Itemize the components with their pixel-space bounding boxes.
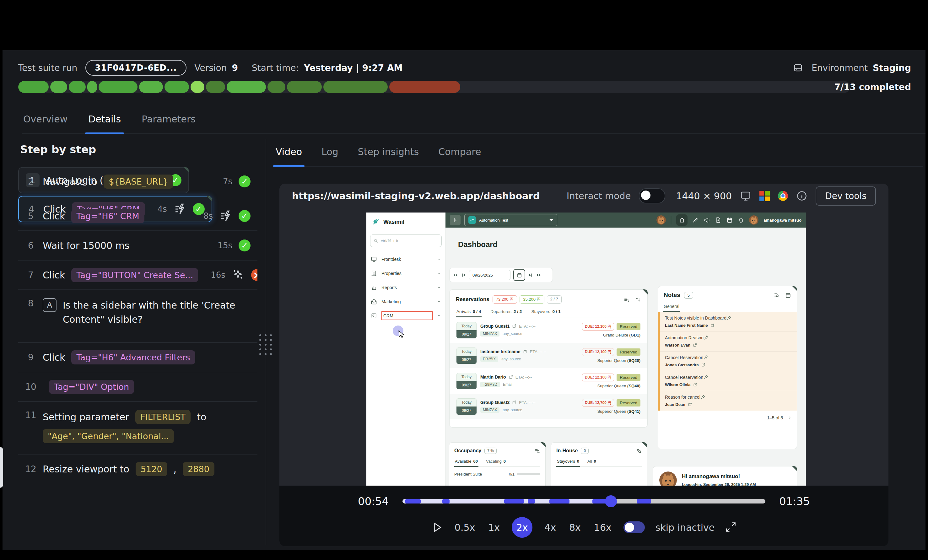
due-amount-pill: DUE: 12,700 円	[582, 399, 614, 407]
tab-label: Vacating	[486, 459, 502, 464]
progress-segment[interactable]	[18, 81, 49, 93]
step-duration: 7s	[223, 177, 232, 186]
tab-label: Stayovers	[557, 459, 575, 464]
step-selector-pill: Tag="BUTTON" Create Se...	[71, 268, 198, 282]
tab-compare[interactable]: Compare	[437, 143, 482, 166]
playhead[interactable]	[605, 495, 617, 507]
tab-step-insights[interactable]: Step insights	[357, 143, 420, 166]
click-target-highlight: CRM	[382, 311, 433, 320]
mail-icon	[371, 299, 377, 305]
tab-overview[interactable]: Overview	[22, 110, 69, 133]
eta-label: ETA: --:--	[516, 375, 532, 380]
progress-segment[interactable]	[87, 81, 97, 93]
note-title: Cancel Reservation	[665, 375, 703, 380]
windows-os-icon	[759, 191, 770, 201]
occupancy-card: Occupancy 7 % Available60Vacating0 Presi…	[449, 442, 546, 485]
progress-segment[interactable]	[191, 81, 205, 93]
tab-parameters[interactable]: Parameters	[140, 110, 197, 133]
room-code: (SQ40)	[627, 384, 640, 388]
tab-log[interactable]: Log	[320, 143, 340, 166]
speed-2x[interactable]: 2x	[512, 517, 533, 538]
panel-resize-handle[interactable]	[259, 334, 273, 355]
step-selector-pill: Tag="DIV" Option	[49, 380, 134, 394]
step-param-pill: ${BASE_URL}	[104, 174, 173, 189]
speed-0.5x[interactable]: 0.5x	[453, 521, 476, 534]
speed-16x[interactable]: 16x	[593, 521, 613, 534]
main-tabs: Overview Details Parameters	[22, 110, 925, 134]
progress-segment[interactable]	[227, 81, 266, 93]
chevron-down-icon	[437, 257, 441, 261]
tab-count: 0 / 4	[473, 309, 481, 314]
reservations-summary-pill: 35,200 円	[520, 295, 544, 304]
fullscreen-icon[interactable]	[725, 521, 737, 533]
date-badge: 09/27	[456, 406, 476, 415]
home-icon	[676, 214, 687, 226]
reservation-row: Today09/27Group Guest2ETA: --:--MINZAXan…	[450, 394, 647, 419]
external-link-icon	[523, 349, 527, 354]
progress-segment[interactable]	[389, 81, 460, 93]
chevron-right-icon	[788, 416, 792, 420]
reservation-date-badge: Today09/27	[456, 373, 476, 389]
tab-count: 0 / 1	[552, 309, 560, 314]
sort-icon	[635, 297, 641, 303]
sidebar-item-reports: Reports	[366, 280, 446, 294]
tab-details[interactable]: Details	[87, 110, 122, 133]
step-row-11[interactable]: 11 Setting parameter FILTERLIST to "Age"…	[18, 401, 258, 454]
progress-segment[interactable]	[99, 81, 137, 93]
play-button[interactable]	[431, 521, 443, 533]
step-row-7[interactable]: 7 Click Tag="BUTTON" Create Se... 16s ×	[18, 260, 258, 290]
tab-label: Departures	[490, 309, 511, 314]
info-icon[interactable]	[796, 190, 807, 201]
progress-segment[interactable]	[206, 81, 225, 93]
external-link-icon	[512, 324, 516, 328]
step-row-5[interactable]: 5 Click Tag="H6" CRM 8s ✓	[18, 201, 258, 230]
step-row-8[interactable]: 8 A Is the a sidebar with the title 'Cre…	[18, 290, 258, 342]
step-status-pass-icon: ✓	[239, 210, 250, 222]
step-row-9[interactable]: 9 Click Tag="H6" Advanced Filters	[18, 342, 258, 372]
progress-segment[interactable]	[267, 81, 285, 93]
step-row-10[interactable]: 10 Tag="DIV" Option	[18, 372, 258, 401]
occupancy-title: Occupancy	[454, 448, 481, 453]
display-icon[interactable]	[740, 190, 751, 201]
speed-1x[interactable]: 1x	[487, 521, 501, 534]
video-frame-area[interactable]: Wasimil ctrl/⌘ + k FrontdeskPropertiesRe…	[279, 208, 888, 485]
notes-pagination: 1–5 of 5	[767, 415, 783, 420]
run-progress-bar[interactable]	[18, 81, 850, 93]
bell-icon	[738, 217, 744, 223]
progress-segment[interactable]	[50, 81, 67, 93]
page-title: Dashboard	[458, 240, 497, 249]
step-number: 7	[25, 270, 37, 280]
reservation-date-badge: Today09/27	[456, 322, 476, 339]
total-time: 01:35	[779, 495, 810, 508]
note-guest-name: Wilson Olivia	[665, 382, 691, 387]
speed-4x[interactable]: 4x	[543, 521, 557, 534]
previous-day-icon	[461, 272, 466, 278]
progress-segment[interactable]	[165, 81, 189, 93]
progress-segment[interactable]	[324, 81, 388, 93]
tab-video[interactable]: Video	[275, 143, 303, 166]
date-badge: 09/27	[456, 381, 476, 389]
occupancy-tab-vacating: Vacating0	[485, 459, 507, 467]
environment-icon	[793, 63, 803, 73]
contact-icon	[371, 313, 377, 319]
version-label: Version	[195, 63, 227, 73]
dev-tools-button[interactable]: Dev tools	[816, 186, 876, 206]
progress-segment[interactable]	[139, 81, 163, 93]
run-id-pill[interactable]: 31F0417D-6ED...	[85, 60, 186, 76]
video-url[interactable]: https://wasimil-staging-v2.web.app/dashb…	[292, 191, 540, 201]
step-row-12[interactable]: 12 Resize viewport to 5120 , 2880	[18, 454, 258, 484]
status-badge: Reserved	[617, 399, 640, 406]
chevron-down-icon	[437, 271, 441, 275]
progress-segment[interactable]	[69, 81, 86, 93]
left-scroll-indicator[interactable]	[0, 447, 3, 488]
room-name: Superior Queen	[597, 358, 627, 363]
speed-8x[interactable]: 8x	[568, 521, 582, 534]
flash-healed-icon	[219, 209, 232, 223]
video-scrubber[interactable]	[403, 499, 765, 504]
step-row-2[interactable]: 2 Navigate to ${BASE_URL} 7s ✓	[18, 167, 258, 196]
progress-segment[interactable]	[287, 81, 322, 93]
chevron-down-icon	[437, 314, 441, 318]
interact-mode-toggle[interactable]	[639, 188, 665, 203]
skip-inactive-toggle[interactable]	[623, 521, 645, 533]
step-row-6[interactable]: 6 Wait for 15000 ms 15s ✓	[18, 230, 258, 260]
